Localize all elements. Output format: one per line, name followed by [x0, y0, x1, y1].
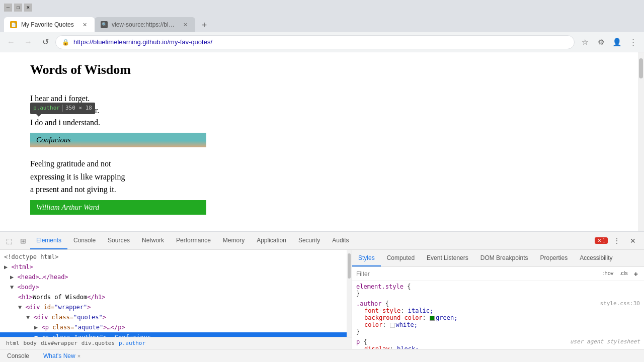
url-text: https://bluelimelearning.github.io/my-fa…	[73, 38, 568, 46]
dom-line-head[interactable]: ▶ <head>…</head>	[0, 272, 352, 282]
styles-tabs: Styles Computed Event Listeners DOM Brea…	[352, 250, 644, 267]
author-2-label: William Arthur Ward	[30, 200, 206, 215]
profile-button[interactable]: 👤	[610, 35, 624, 49]
devtools-actions: ✕ 1 ⋮ ✕	[595, 234, 642, 248]
bottom-console-tab[interactable]: Console	[4, 351, 32, 360]
dom-line-body[interactable]: ▼ <body>	[0, 282, 352, 292]
tab-memory[interactable]: Memory	[217, 232, 251, 249]
error-badge: ✕ 1	[595, 237, 608, 244]
filter-hov-button[interactable]: :hov	[601, 269, 616, 279]
dom-line-p-aquote[interactable]: ▶ <p class="aquote">…</p>	[0, 322, 352, 332]
styles-tab-computed[interactable]: Computed	[381, 250, 421, 266]
styles-content: element.style { } .author { style.css:30	[352, 281, 644, 349]
close-window-button[interactable]: ✕	[24, 4, 32, 12]
window-controls: ─ □ ✕	[4, 4, 32, 12]
filter-cls-button[interactable]: .cls	[617, 269, 630, 279]
forward-button[interactable]: →	[21, 35, 35, 49]
devtools-more-button[interactable]: ⋮	[610, 234, 624, 248]
devtools-tabs: Elements Console Sources Network Perform…	[30, 232, 595, 249]
page-scrollbar-thumb	[639, 58, 643, 78]
device-toolbar-button[interactable]: ⊞	[16, 234, 30, 248]
more-button[interactable]: ⋮	[626, 35, 640, 49]
devtools-toolbar: ⬚ ⊞ Elements Console Sources Network Per…	[0, 232, 644, 250]
dom-line-div-wrapper[interactable]: ▼ <div id="wrapper">	[0, 302, 352, 312]
tab-network[interactable]: Network	[136, 232, 170, 249]
styles-tab-accessibility[interactable]: Accessibility	[574, 250, 618, 266]
style-rule-p: p { user agent stylesheet display: block…	[356, 338, 640, 349]
address-actions: ☆ ⚙ 👤 ⋮	[578, 35, 640, 49]
bookmark-button[interactable]: ☆	[578, 35, 592, 49]
devtools-close-button[interactable]: ✕	[626, 234, 640, 248]
quote-1-text: I hear and i forget. I see and i remembe…	[30, 93, 614, 129]
maximize-button[interactable]: □	[14, 4, 22, 12]
whats-new-close[interactable]: ×	[77, 353, 80, 359]
url-bar[interactable]: 🔒 https://bluelimelearning.github.io/my-…	[55, 35, 575, 49]
author-2-container: William Arthur Ward	[30, 200, 614, 215]
tab-close-2[interactable]: ✕	[181, 21, 189, 29]
dom-line-div-quotes[interactable]: ▼ <div class="quotes">	[0, 312, 352, 322]
dom-line-doctype[interactable]: <!doctype html>	[0, 252, 352, 262]
devtools-panel: ⬚ ⊞ Elements Console Sources Network Per…	[0, 231, 644, 362]
page-inner: Words of Wisdom I hear and i forget. I s…	[0, 62, 644, 215]
dom-line-h1[interactable]: <h1>Words of Wisdom</h1>	[0, 292, 352, 302]
user-agent-label: user agent stylesheet	[570, 338, 640, 345]
bc-html[interactable]: html	[4, 339, 22, 347]
style-rule-element: element.style { }	[356, 283, 640, 297]
tab-sources[interactable]: Sources	[102, 232, 136, 249]
dom-scrollbar[interactable]	[347, 250, 352, 337]
tooltip-container: p.author 350 × 18 I do and i understand.	[30, 117, 100, 129]
tab-view-source[interactable]: 🔍 view-source:https://bluelimelear... ✕	[95, 17, 195, 32]
styles-tab-styles[interactable]: Styles	[352, 250, 381, 266]
tab-application[interactable]: Application	[251, 232, 292, 249]
style-prop-font-style[interactable]: font-style: italic;	[356, 307, 640, 314]
styles-tab-dom-breakpoints[interactable]: DOM Breakpoints	[474, 250, 534, 266]
page-scrollbar[interactable]	[638, 52, 644, 231]
tab-performance[interactable]: Performance	[170, 232, 217, 249]
tab-console[interactable]: Console	[67, 232, 102, 249]
minimize-button[interactable]: ─	[4, 4, 12, 12]
lock-icon: 🔒	[62, 39, 69, 46]
tab-security[interactable]: Security	[292, 232, 326, 249]
bc-body[interactable]: body	[22, 339, 39, 347]
extensions-button[interactable]: ⚙	[594, 35, 608, 49]
titlebar: ─ □ ✕	[0, 0, 644, 15]
tab-elements[interactable]: Elements	[30, 232, 67, 249]
element-tooltip-badge: p.author 350 × 18	[30, 103, 95, 114]
page-title: Words of Wisdom	[30, 62, 614, 77]
style-prop-bg-color[interactable]: background-color: green;	[356, 314, 640, 321]
dom-line-html[interactable]: ▶ <html>	[0, 262, 352, 272]
bc-p-author[interactable]: p.author	[117, 339, 147, 347]
back-button[interactable]: ←	[4, 35, 18, 49]
styles-tab-event-listeners[interactable]: Event Listeners	[421, 250, 474, 266]
color-swatch-white	[390, 323, 395, 328]
new-tab-button[interactable]: +	[197, 18, 211, 32]
tab-audits[interactable]: Audits	[326, 232, 355, 249]
style-prop-color[interactable]: color: white;	[356, 321, 640, 328]
author-1-label: Confucious	[30, 133, 206, 147]
tab-title-1: My Favorite Quotes	[21, 21, 74, 28]
dom-tree: <!doctype html> ▶ <html> ▶ <head>…</head…	[0, 250, 352, 337]
dom-tree-panel: <!doctype html> ▶ <html> ▶ <head>…</head…	[0, 250, 352, 349]
address-bar: ← → ↺ 🔒 https://bluelimelearning.github.…	[0, 32, 644, 52]
select-element-button[interactable]: ⬚	[2, 234, 16, 248]
devtools-bottom-bar: Console What's New ×	[0, 349, 644, 362]
styles-filter-input[interactable]	[356, 270, 597, 278]
author-1-container: Confucious	[30, 133, 614, 147]
filter-add-button[interactable]: +	[632, 269, 640, 279]
styles-filter-bar: :hov .cls +	[352, 267, 644, 281]
bc-div-quotes[interactable]: div.quotes	[79, 339, 117, 347]
tab-favicon-1: 📄	[10, 21, 17, 28]
filter-actions: :hov .cls +	[601, 269, 640, 279]
reload-button[interactable]: ↺	[38, 35, 52, 49]
styles-tab-properties[interactable]: Properties	[534, 250, 574, 266]
main-area: Words of Wisdom I hear and i forget. I s…	[0, 52, 644, 362]
style-prop-display[interactable]: display: block;	[356, 345, 640, 349]
bc-div-wrapper[interactable]: div#wrapper	[39, 339, 79, 347]
dom-scrollbar-thumb	[348, 253, 351, 279]
dom-line-p-author[interactable]: ▼ <p class="author"> Confucious	[0, 332, 352, 337]
tab-title-2: view-source:https://bluelimelear...	[112, 21, 177, 28]
devtools-panels: <!doctype html> ▶ <html> ▶ <head>…</head…	[0, 250, 644, 349]
tab-close-1[interactable]: ✕	[80, 21, 89, 29]
bottom-whats-new-tab[interactable]: What's New ×	[40, 351, 84, 360]
tab-my-favorite-quotes[interactable]: 📄 My Favorite Quotes ✕	[4, 17, 95, 32]
